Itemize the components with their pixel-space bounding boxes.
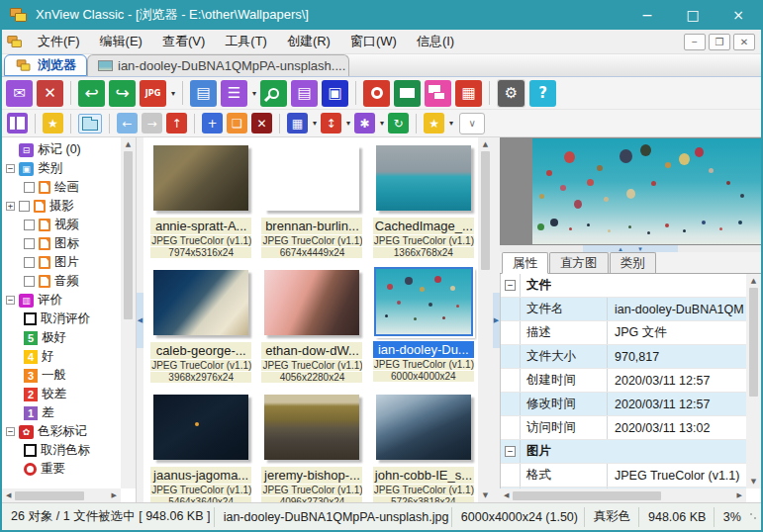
tree-item-video[interactable]: 视频 [2,216,120,234]
menu-window[interactable]: 窗口(W) [340,30,407,53]
tree-item-categories[interactable]: −▣类别 [2,159,120,178]
rotate-left-icon[interactable]: ↩ [78,80,105,107]
property-row-description[interactable]: 描述JPG 文件 [501,321,746,345]
folder-pane-toggle[interactable] [78,114,102,133]
thumbnail-jeremy[interactable]: jeremy-bishop-... JPEG TrueColor (v1.1) … [258,391,365,502]
property-vertical-scrollbar[interactable]: ▲ ▼ [746,274,761,488]
thumbnail-jaanus[interactable]: jaanus-jagoma... JPEG TrueColor (v1.1) 5… [147,391,254,502]
scrollbar-thumb[interactable] [513,491,661,500]
label-dropdown-icon[interactable]: ▾ [380,119,384,128]
favorites-icon[interactable]: ★ [43,113,63,133]
mdi-minimize-button[interactable]: − [684,34,706,50]
thumbnail-annie[interactable]: annie-spratt-A... JPEG TrueColor (v1.1) … [147,141,254,266]
splitter-collapse-icon[interactable]: ◀ [137,293,143,348]
menu-view[interactable]: 查看(V) [152,30,215,53]
tree-item-photography[interactable]: +摄影 [2,197,120,216]
label-tool-icon[interactable]: ✱ [354,113,375,133]
tree-item-tags[interactable]: ⊟标记 (0) [2,140,120,159]
checkbox[interactable] [24,182,35,193]
thumbnail-image[interactable] [264,395,359,460]
splitter-expand-icon[interactable]: ▶ [493,293,500,348]
checkbox[interactable] [24,238,35,249]
screen-icon[interactable] [394,80,421,107]
property-horizontal-scrollbar[interactable]: ◀ ▶ [500,488,746,502]
tree-item-painting[interactable]: 绘画 [2,178,120,197]
preview-splitter[interactable]: ▶ [493,137,500,502]
thumbnail-image[interactable] [374,267,473,336]
scroll-down-icon[interactable]: ▼ [751,475,756,488]
properties-icon[interactable]: ▤ [190,80,217,107]
view-list-dropdown-icon[interactable]: ▾ [252,89,256,98]
toolbar-overflow-button[interactable]: ∨ [459,113,485,134]
tree-item-color-labels[interactable]: −✿色彩标记 [2,422,120,441]
expand-icon[interactable]: + [6,202,15,211]
scrollbar-thumb[interactable] [749,288,758,397]
property-row-filesize[interactable]: 文件大小970,817 [501,345,746,369]
tree-item-uncolor[interactable]: 取消色标 [2,441,120,460]
scrollbar-thumb[interactable] [124,151,133,319]
contact-sheet-icon[interactable]: ▦ [455,80,482,107]
open-folder-icon[interactable]: + [202,113,223,133]
scrollbar-thumb[interactable] [15,491,84,500]
rotate-right-icon[interactable]: ↪ [109,80,136,107]
view-mode-dropdown-icon[interactable]: ▾ [313,119,317,128]
rating-star-icon[interactable]: ★ [424,113,444,133]
info-splitter[interactable]: ▲▼ [500,245,761,252]
dual-monitor-icon[interactable] [425,80,451,107]
tree-item-rating-5[interactable]: 5极好 [2,328,120,347]
preview-pane[interactable] [500,137,761,245]
mdi-restore-button[interactable]: ❐ [709,34,730,50]
capture-icon[interactable] [363,80,390,107]
collapse-icon[interactable]: − [6,296,15,305]
checkbox[interactable] [24,220,35,230]
collapse-icon[interactable]: − [6,427,15,436]
tree-splitter[interactable]: ◀ [137,137,143,502]
thumbnail-image[interactable] [153,395,248,460]
thumbnail-image[interactable] [376,145,471,211]
scroll-right-icon[interactable]: ▶ [108,491,121,499]
settings-button[interactable]: ⚙ [497,79,525,108]
thumbnail-image[interactable] [264,270,359,335]
view-list-icon[interactable]: ☰ [221,80,247,107]
tab-image[interactable]: ian-dooley-DuBNA1QMpPA-unsplash.... [87,54,349,76]
menu-create[interactable]: 创建(R) [277,30,340,53]
tree-item-rating-4[interactable]: 4好 [2,347,120,366]
view-mode-icon[interactable]: ▦ [287,113,308,133]
tree-item-unrate[interactable]: 取消评价 [2,310,120,328]
checkbox[interactable] [19,201,30,212]
splitter-up-icon[interactable]: ▲ [618,246,623,252]
sort-dropdown-icon[interactable]: ▾ [346,119,350,128]
refresh-icon[interactable]: ↻ [388,113,409,133]
rating-dropdown-icon[interactable]: ▾ [449,119,453,128]
tree-item-audio[interactable]: 音频 [2,272,120,291]
property-row-filename[interactable]: 文件名ian-dooley-DuBNA1QM [501,298,746,321]
tree-item-rating-1[interactable]: 1差 [2,403,120,422]
convert-dropdown-icon[interactable]: ▾ [171,89,175,98]
thumbnail-caleb[interactable]: caleb-george-... JPEG TrueColor (v1.1) 3… [147,266,254,391]
panes-toggle-icon[interactable] [7,113,28,133]
menu-edit[interactable]: 编辑(E) [90,30,152,53]
sort-icon[interactable]: ↕ [321,113,341,133]
collapse-icon[interactable]: − [6,164,15,173]
scroll-up-icon[interactable]: ▲ [751,274,756,288]
scroll-up-icon[interactable]: ▲ [126,137,131,151]
scrollbar-thumb[interactable] [481,151,490,270]
thumbnail-ethan[interactable]: ethan-dow-dW... JPEG TrueColor (v1.1) 40… [258,266,365,391]
tab-browser[interactable]: 浏览器 [4,54,87,76]
help-icon[interactable]: ? [529,80,556,107]
tree-item-rating[interactable]: −▥评价 [2,291,120,310]
thumbnail-vertical-scrollbar[interactable]: ▲ ▼ [478,137,493,502]
minimize-button[interactable]: − [624,0,670,30]
splitter-down-icon[interactable]: ▼ [637,246,643,252]
tab-histogram[interactable]: 直方图 [549,252,609,273]
thumbnail-image[interactable] [153,270,248,335]
scroll-down-icon[interactable]: ▼ [483,488,488,502]
menu-file[interactable]: 文件(F) [28,30,90,53]
thumbnail-ian-selected[interactable]: ian-dooley-Du... JPEG TrueColor (v1.1) 6… [370,266,477,391]
tree-horizontal-scrollbar[interactable]: ◀ ▶ [2,488,121,502]
tree-vertical-scrollbar[interactable]: ▲ [121,137,136,488]
tab-properties[interactable]: 属性 [502,252,548,274]
property-group-file[interactable]: − 文件 [501,274,746,298]
menu-info[interactable]: 信息(I) [407,30,464,53]
property-row-created[interactable]: 创建时间2020/03/11 12:57 [501,369,746,393]
